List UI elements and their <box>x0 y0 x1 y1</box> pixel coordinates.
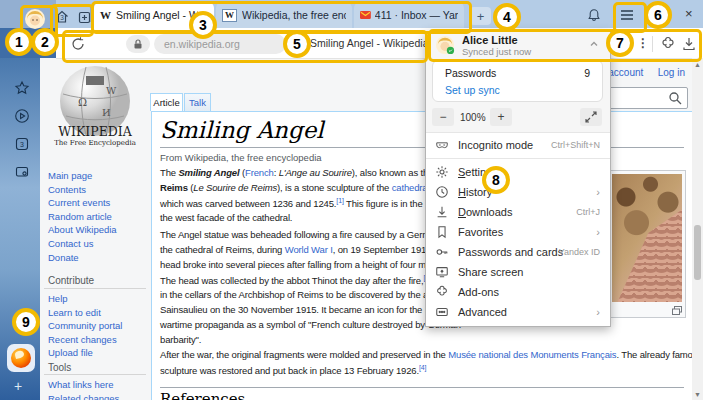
search-icon[interactable] <box>668 91 682 105</box>
zoom-level: 100% <box>460 112 486 123</box>
reload-icon[interactable] <box>70 36 86 52</box>
set-up-sync-link[interactable]: Set up sync <box>445 84 500 96</box>
address-page-title: Smiling Angel - Wikipedia <box>310 37 428 49</box>
sidebar-link[interactable]: What links here <box>48 378 119 392</box>
wiki-tab-article[interactable]: Article <box>150 93 183 111</box>
wiki-nav-header: Tools <box>48 362 71 373</box>
sync-summary-card[interactable]: Passwords 9 Set up sync <box>432 60 603 102</box>
menu-item-share-screen[interactable]: Share screen <box>426 262 610 282</box>
notifications-bell-icon[interactable] <box>586 7 602 23</box>
article-title: Smiling Angel <box>160 117 324 143</box>
wiki-nav-main: Main pageContentsCurrent eventsRandom ar… <box>48 169 117 264</box>
scrollbar-up-arrow[interactable]: ▲ <box>692 58 703 70</box>
address-domain-chip[interactable]: en.wikipedia.org <box>154 34 286 54</box>
annotation-badge-2: 2 <box>31 28 59 56</box>
lock-icon <box>132 38 144 50</box>
sidebar-link[interactable]: Donate <box>48 251 117 265</box>
tab-options-dots-icon[interactable]: ⋮ <box>637 36 649 50</box>
tab-counter-icon[interactable]: 3 <box>14 136 30 152</box>
article-line: sculpture was restored and put back in p… <box>160 364 703 379</box>
chevron-up-icon[interactable] <box>588 38 600 50</box>
sidebar-link[interactable]: Main page <box>48 169 117 183</box>
annotation-badge-4: 4 <box>493 3 521 31</box>
yandex-browser-logo[interactable] <box>7 344 35 372</box>
sidebar-link[interactable]: Related changes <box>48 392 119 400</box>
references-heading: References <box>160 390 245 400</box>
menu-hamburger-button[interactable] <box>619 7 635 23</box>
bookmark-icon <box>435 225 449 239</box>
article-line: After the war, the original fragments we… <box>160 349 703 364</box>
chevron-right-icon: › <box>596 226 600 238</box>
menu-item-settings[interactable]: Settings <box>426 162 610 182</box>
article-link[interactable]: French <box>245 167 274 178</box>
article-link[interactable]: Musée national des Monuments Français <box>448 349 616 360</box>
menu-item-history[interactable]: History› <box>426 182 610 202</box>
menu-item-favorites[interactable]: Favorites› <box>426 222 610 242</box>
media-play-icon[interactable] <box>14 108 30 124</box>
downloads-tray-icon[interactable] <box>681 36 697 52</box>
statue-image <box>612 174 682 302</box>
sidebar-link[interactable]: Recent changes <box>48 333 122 347</box>
menu-item-label: Advanced <box>458 306 507 318</box>
sidebar-link[interactable]: Contents <box>48 183 117 197</box>
menu-item-advanced[interactable]: Advanced› <box>426 302 610 322</box>
favorites-star-icon[interactable] <box>14 80 30 96</box>
new-tab-button[interactable]: + <box>470 7 491 25</box>
wiki-nav-header: Contribute <box>48 275 94 286</box>
tab-title: Wikipedia, the free encyclopedia <box>242 9 346 21</box>
sidebar-link[interactable]: Learn to edit <box>48 306 122 320</box>
annotation-badge-9: 9 <box>12 308 40 336</box>
sidebar-link[interactable]: About Wikipedia <box>48 223 117 237</box>
sidebar-link[interactable]: Community portal <box>48 319 122 333</box>
tab-yandex-mail[interactable]: 411 · Inbox — Yandex Mail <box>354 2 464 28</box>
wiki-tab-talk[interactable]: Talk <box>184 93 211 111</box>
other-devices-icon[interactable] <box>14 164 30 180</box>
scrollbar-thumb[interactable] <box>694 225 701 280</box>
article-line: barbarity". <box>160 334 478 349</box>
log-in-link[interactable]: Log in <box>658 67 685 78</box>
profile-avatar[interactable] <box>24 8 46 30</box>
article-link[interactable]: [4] <box>419 364 426 371</box>
svg-text:3: 3 <box>20 141 24 148</box>
sidebar-link[interactable]: Current events <box>48 196 117 210</box>
profile-name: Alice Little <box>462 34 518 46</box>
menu-profile-avatar[interactable] <box>435 35 455 55</box>
menu-item-label: Add-ons <box>458 286 499 298</box>
section-rule <box>160 387 684 388</box>
annotation-badge-8: 8 <box>482 166 510 194</box>
passwords-label: Passwords <box>445 67 496 79</box>
sidebar-link[interactable]: Help <box>48 292 122 306</box>
svg-text:W: W <box>106 85 117 96</box>
divider <box>44 288 146 289</box>
annotation-badge-3: 3 <box>189 11 217 39</box>
zoom-in-button[interactable]: + <box>490 108 512 126</box>
menu-item-label: Downloads <box>458 206 512 218</box>
article-link[interactable]: World War I <box>285 244 333 255</box>
chevron-right-icon: › <box>596 306 600 318</box>
sidebar-link[interactable]: Upload file <box>48 346 122 360</box>
sidebar-link[interactable]: Contact us <box>48 237 117 251</box>
site-security-chip[interactable] <box>126 35 150 53</box>
home-button-icon[interactable]: 3 <box>54 9 70 25</box>
sidebar-add-button[interactable]: + <box>14 378 22 394</box>
zoom-out-button[interactable]: − <box>432 108 454 126</box>
menu-item-incognito[interactable]: Incognito mode Ctrl+Shift+N <box>426 135 610 155</box>
menu-item-add-ons[interactable]: Add-ons <box>426 282 610 302</box>
svg-text:И: И <box>102 107 111 118</box>
tab-separator <box>90 6 91 22</box>
menu-item-passwords-and-cards[interactable]: Passwords and cardsYandex ID <box>426 242 610 262</box>
scrollbar-down-arrow[interactable]: ▼ <box>692 388 703 400</box>
fullscreen-button[interactable] <box>580 108 602 126</box>
menu-item-downloads[interactable]: DownloadsCtrl+J <box>426 202 610 222</box>
article-link[interactable]: [1] <box>336 197 343 204</box>
wikipedia-favicon: W <box>100 9 111 21</box>
annotation-badge-6: 6 <box>644 1 672 29</box>
tab-wikipedia-main[interactable]: W Wikipedia, the free encyclopedia <box>216 2 352 28</box>
image-expand-icon[interactable] <box>672 306 682 315</box>
annotation-badge-1: 1 <box>5 28 33 56</box>
statue-image-thumb[interactable] <box>608 170 686 318</box>
svg-text:Ω: Ω <box>78 96 87 109</box>
extensions-clover-icon[interactable] <box>660 36 676 52</box>
window-close-button[interactable]: × <box>685 6 693 21</box>
sidebar-link[interactable]: Random article <box>48 210 117 224</box>
